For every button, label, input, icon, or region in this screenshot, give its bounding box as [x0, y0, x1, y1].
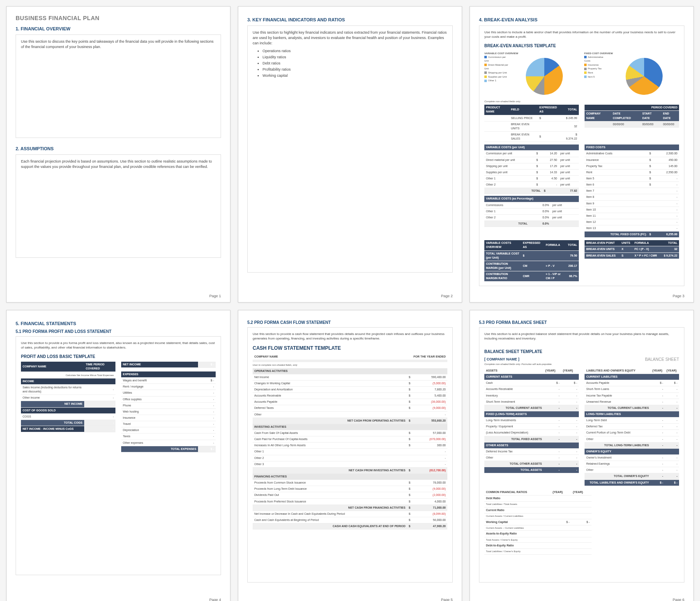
page-2: 3. KEY FINANCIAL INDICATORS AND RATIOS U… [238, 6, 462, 303]
page-1: BUSINESS FINANCIAL PLAN 1. FINANCIAL OVE… [6, 6, 230, 303]
be-point-table: BREAK-EVEN POINTUNITSFORMULATOTAL BREAK-… [585, 240, 679, 259]
page-num: Page 5 [441, 598, 453, 601]
vc-overview-table: VARIABLE COSTS OVERVIEWEXPRESSED ASFORMU… [484, 240, 579, 282]
sub-51: 5.1 PRO FORMA PROFIT AND LOSS STATEMENT [16, 329, 221, 334]
be-template-title: BREAK-EVEN ANALYSIS TEMPLATE [484, 43, 679, 49]
page-3: 4. BREAK-EVEN ANALYSIS Use this section … [470, 6, 694, 303]
cf-head: COMPANY NAMEFOR THE YEAR ENDED [253, 354, 447, 362]
sec-2-box: Each financial projection provided is ba… [16, 154, 221, 258]
sec-3-head: 3. KEY FINANCIAL INDICATORS AND RATIOS [247, 17, 453, 22]
sec-4-box: Use this section to include a table and/… [479, 25, 684, 286]
page-num: Page 6 [672, 598, 684, 601]
pl-right: NET INCOME$ - EXPENSES Wages and benefit… [121, 362, 216, 452]
page-5: 5.2 PRO FORMA CASH FLOW STATEMENT Use th… [238, 310, 462, 601]
sec-3-box: Use this section to highlight key financ… [247, 25, 453, 273]
period-table: PERIOD COVERED COMPANY NAMEDATE COMPLETE… [585, 105, 679, 128]
sec-4-head: 4. BREAK-EVEN ANALYSIS [479, 17, 684, 22]
pl-left: COMPANY NAMETIME PERIOD COVERED Calculat… [21, 362, 115, 432]
bs-assets: ASSETS{YEAR}{YEAR} CURRENT ASSETS Cash$ … [484, 368, 579, 473]
sub-53: 5.3 PRO FORMA BALANCE SHEET [479, 320, 684, 325]
doc-title: BUSINESS FINANCIAL PLAN [16, 15, 221, 21]
bs-box: Use this section to add a projected bala… [479, 327, 684, 583]
fixed-cost-table: FIXED COSTS Administrative Costs$2,500.0… [585, 145, 679, 238]
pl-box: Use this section to provide a pro forma … [16, 336, 221, 575]
page-num: Page 1 [209, 294, 221, 298]
vc-pct-table: VARIABLE COSTS (as Percentage) Commissio… [484, 196, 579, 227]
sub-52: 5.2 PRO FORMA CASH FLOW STATEMENT [247, 320, 453, 325]
legend-1: Commission per Unit Direct Material per … [484, 55, 509, 97]
page-6: 5.3 PRO FORMA BALANCE SHEET Use this sec… [470, 310, 694, 601]
ratio-list: Operations ratios Liquidity ratios Debt … [262, 48, 447, 78]
cfr-table: COMMON FINANCIAL RATIOS{YEAR}{YEAR} Debt… [484, 489, 592, 555]
pie-chart-fixed [626, 58, 663, 95]
page-num: Page 2 [441, 294, 453, 298]
pie-chart-variable [526, 58, 563, 95]
sec-1-box: Use this section to discuss the key poin… [16, 34, 221, 138]
page-num: Page 4 [209, 598, 221, 601]
sec-1-head: 1. FINANCIAL OVERVIEW [16, 26, 221, 31]
page-4: 5. FINANCIAL STATEMENTS 5.1 PRO FORMA PR… [6, 310, 230, 601]
cf-table: OPERATING ACTIVITIES Net Income$590,400.… [253, 368, 447, 530]
product-table: PRODUCT NAMEFIELDEXPRESSED ASTOTAL SELLI… [484, 105, 579, 142]
variable-cost-table: VARIABLE COSTS (per Unit) Commission per… [484, 145, 579, 194]
sec-2-head: 2. ASSUMPTIONS [16, 146, 221, 151]
bs-liab: LIABILITIES AND OWNER'S EQUITY{YEAR}{YEA… [585, 368, 679, 486]
sec-5-head: 5. FINANCIAL STATEMENTS [16, 321, 221, 326]
cf-box: Use this section to provide a cash flow … [247, 327, 453, 583]
page-num: Page 3 [672, 294, 684, 298]
legend-2: Administrative Costs Insurance Property … [584, 55, 609, 97]
